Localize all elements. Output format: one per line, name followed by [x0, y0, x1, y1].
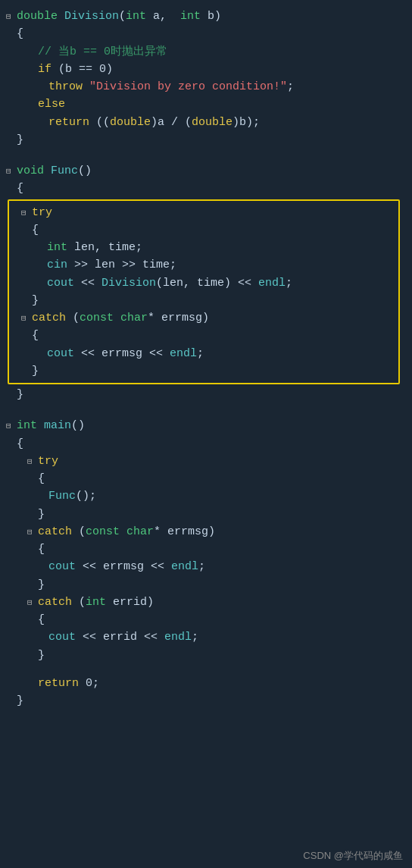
- fold-icon-catch1-main[interactable]: ⊟: [27, 526, 38, 539]
- fold-icon-division[interactable]: ⊟: [6, 11, 17, 24]
- main-function: ⊟ int main () { ⊟ try { Func (); }: [0, 415, 412, 711]
- division-function: ⊟ double Division ( int a, int b) { // 当…: [0, 6, 412, 150]
- func-function: ⊟ void Func () { ⊟ try { int le: [0, 161, 412, 405]
- highlight-box: ⊟ try { int len, time; cin >> len >> tim…: [8, 199, 400, 385]
- fold-icon-main[interactable]: ⊟: [6, 420, 17, 433]
- fold-icon-catch2-main[interactable]: ⊟: [27, 597, 38, 609]
- footer-credit: CSDN @学代码的咸鱼: [303, 848, 403, 863]
- fold-icon-try-main[interactable]: ⊟: [27, 456, 38, 468]
- fold-icon-catch-func[interactable]: ⊟: [21, 312, 32, 325]
- fold-icon-try-func[interactable]: ⊟: [21, 207, 32, 220]
- fold-icon-func[interactable]: ⊟: [6, 165, 17, 178]
- code-container: ⊟ double Division ( int a, int b) { // 当…: [0, 6, 412, 711]
